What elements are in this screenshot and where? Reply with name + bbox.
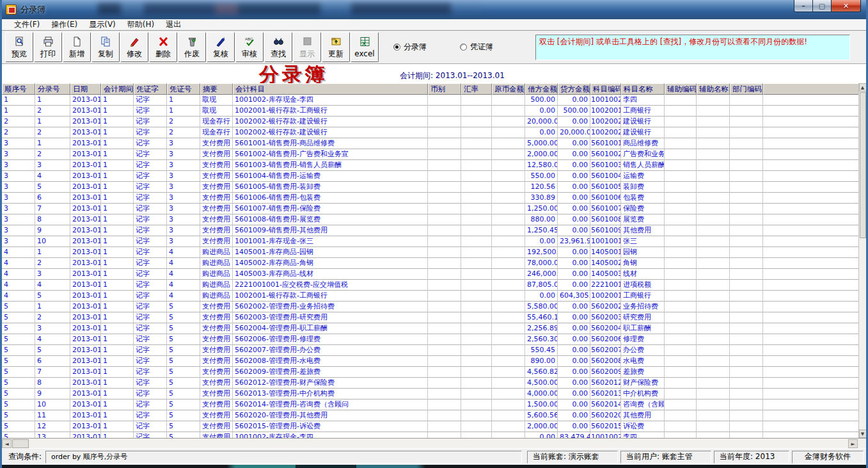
menu-view[interactable]: 显示(V) bbox=[83, 19, 122, 30]
cell-no: 3 bbox=[35, 160, 70, 171]
copy-button[interactable]: 复制 bbox=[91, 32, 120, 62]
table-row[interactable]: 112013-01-01记字1取现1001002-库存现金-李四500.000.… bbox=[2, 95, 858, 106]
close-button[interactable]: ✕ bbox=[832, 0, 861, 12]
table-row[interactable]: 372013-01-01记字3支付费用5601007-销售费用-保险费1,250… bbox=[2, 204, 858, 214]
cell-no: 1 bbox=[35, 247, 70, 258]
table-row[interactable]: 542013-01-01记字5支付费用5602006-管理费用-修理费2,560… bbox=[2, 334, 858, 345]
table-row[interactable]: 5122013-01-01记字5支付费用5602015-管理费用-诉讼费2,00… bbox=[2, 421, 858, 432]
table-row[interactable]: 572013-01-01记字5支付费用5602009-管理费用-差旅费4,560… bbox=[2, 367, 858, 378]
radio-voucher-book[interactable]: 凭证簿 bbox=[460, 42, 493, 52]
scroll-up-icon[interactable]: ▲ bbox=[859, 83, 867, 92]
table-row[interactable]: 342013-01-01记字3支付费用5601004-销售费用-运输费550.0… bbox=[2, 171, 858, 182]
horizontal-scrollbar[interactable]: ◄ ► bbox=[2, 438, 866, 448]
review-button[interactable]: 复核 bbox=[207, 32, 235, 62]
cell-vno: 1 bbox=[167, 95, 200, 106]
cell-aux_name bbox=[697, 193, 730, 204]
cell-account: 5602006-管理费用-修理费 bbox=[233, 334, 428, 345]
table-row[interactable]: 332013-01-01记字3支付费用5601003-销售费用-销售人员薪酬12… bbox=[2, 160, 858, 171]
cell-aux_code bbox=[665, 389, 697, 399]
find-button[interactable]: 查找 bbox=[264, 32, 292, 62]
table-row[interactable]: 512013-01-01记字5支付费用5602002-管理费用-业务招待费5,5… bbox=[2, 302, 858, 312]
cell-summary: 支付费用 bbox=[200, 378, 233, 389]
current-user: 当前用户: 账套主管 bbox=[620, 451, 711, 464]
table-row[interactable]: 222013-01-01记字2现金存行1002002-银行存款-建设银行0.00… bbox=[2, 127, 858, 138]
table-row[interactable]: 5132013-01-01记字5支付费用1001002-库存现金-李四0.008… bbox=[2, 432, 858, 438]
table-row[interactable]: 3102013-01-01记字3支付费用1001001-库存现金-张三0.002… bbox=[2, 236, 858, 247]
void-icon bbox=[187, 36, 198, 49]
cell-aux_name bbox=[697, 378, 730, 389]
table-row[interactable]: 212013-01-01记字2现金存行1002002-银行存款-建设银行20,0… bbox=[2, 117, 858, 127]
audit-button[interactable]: ABC 审核 bbox=[235, 32, 264, 62]
edit-button[interactable]: 修改 bbox=[120, 32, 148, 62]
cell-period: 1 bbox=[101, 204, 134, 214]
refresh-button[interactable]: 更新 bbox=[322, 32, 350, 62]
table-row[interactable]: 452013-01-01记字4购进商品1002001-银行存款-工商银行0.00… bbox=[2, 291, 858, 302]
table-row[interactable]: 442013-01-01记字4购进商品2221001001-应交税费-应交增值税… bbox=[2, 280, 858, 291]
cell-word: 记字 bbox=[134, 236, 167, 247]
cell-debit: 2,560.30 bbox=[525, 334, 558, 345]
maximize-button[interactable]: ▢ bbox=[813, 0, 832, 12]
cell-dept bbox=[730, 410, 763, 421]
cell-summary: 支付费用 bbox=[200, 421, 233, 432]
table-row[interactable]: 5102013-01-01记字5支付费用5602014-管理费用-咨询费（含顾问… bbox=[2, 399, 858, 410]
delete-button[interactable]: 删除 bbox=[149, 32, 177, 62]
menu-help[interactable]: 帮助(H) bbox=[122, 19, 160, 30]
vertical-scrollbar[interactable]: ▲ ▼ bbox=[858, 83, 866, 438]
table-row[interactable]: 312013-01-01记字3支付费用5601001-销售费用-商品维修费5,0… bbox=[2, 138, 858, 149]
table-row[interactable]: 522013-01-01记字5支付费用5602003-管理费用-研究费用55,4… bbox=[2, 312, 858, 323]
cell-dept bbox=[730, 171, 763, 182]
cell-orig bbox=[492, 280, 525, 291]
table-row[interactable]: 432013-01-01记字4购进商品1405003-库存商品-线材246,00… bbox=[2, 269, 858, 280]
accounting-period[interactable]: 会计期间: 2013.01--2013.01 bbox=[400, 70, 505, 81]
cell-date: 2013-01-0 bbox=[70, 225, 101, 236]
table-row[interactable]: 552013-01-01记字5支付费用5602007-管理费用-办公费550.4… bbox=[2, 345, 858, 356]
menu-file[interactable]: 文件(F) bbox=[8, 19, 45, 30]
excel-button[interactable]: X excel bbox=[351, 32, 379, 62]
cell-seq: 5 bbox=[2, 345, 35, 356]
menu-operate[interactable]: 操作(E) bbox=[45, 19, 83, 30]
cell-no: 13 bbox=[35, 432, 70, 438]
table-row[interactable]: 322013-01-01记字3支付费用5601002-销售费用-广告费和业务宣2… bbox=[2, 149, 858, 160]
table-row[interactable]: 5112013-01-01记字5支付费用5602020-管理费用-其他费用5,6… bbox=[2, 410, 858, 421]
cell-no: 3 bbox=[35, 323, 70, 334]
table-row[interactable]: 582013-01-01记字5支付费用5602012-管理费用-财产保险费4,5… bbox=[2, 378, 858, 389]
table-row[interactable]: 382013-01-01记字3支付费用5601008-销售费用-展览费880.0… bbox=[2, 214, 858, 225]
cell-aux_code bbox=[665, 160, 697, 171]
cell-word: 记字 bbox=[134, 95, 167, 106]
cell-orig bbox=[492, 95, 525, 106]
table-row[interactable]: 392013-01-01记字3支付费用5601009-销售费用-其他费用1,25… bbox=[2, 225, 858, 236]
scroll-right-icon[interactable]: ► bbox=[848, 439, 858, 448]
horizontal-scroll-thumb[interactable] bbox=[12, 439, 29, 448]
cell-filler bbox=[763, 421, 858, 432]
cell-code: 5601005 bbox=[590, 182, 621, 193]
column-header-aux_name: 辅助名称 bbox=[697, 83, 730, 95]
audit-icon: ABC bbox=[244, 36, 255, 49]
preview-button[interactable]: 预览 bbox=[5, 32, 33, 62]
table-row[interactable]: 562013-01-01记字5支付费用5602008-管理费用-水电费890.0… bbox=[2, 356, 858, 367]
void-button[interactable]: 作废 bbox=[178, 32, 206, 62]
scroll-left-icon[interactable]: ◄ bbox=[2, 439, 12, 448]
minimize-button[interactable]: – bbox=[794, 0, 813, 12]
cell-debit: 0.00 bbox=[525, 432, 558, 438]
table-row[interactable]: 532013-01-01记字5支付费用5602004-管理费用-职工薪酬2,25… bbox=[2, 323, 858, 334]
scroll-down-icon[interactable]: ▼ bbox=[859, 430, 867, 438]
table-row[interactable]: 422013-01-01记字4购进商品1405002-库存商品-角钢78,000… bbox=[2, 258, 858, 269]
menu-exit[interactable]: 退出 bbox=[160, 19, 187, 30]
cell-period: 1 bbox=[101, 247, 134, 258]
table-row[interactable]: 362013-01-01记字3支付费用5601006-销售费用-包装费330.8… bbox=[2, 193, 858, 204]
cell-rate bbox=[461, 193, 492, 204]
cell-summary: 支付费用 bbox=[200, 214, 233, 225]
cell-code: 5602020 bbox=[590, 410, 621, 421]
cell-summary: 购进商品 bbox=[200, 258, 233, 269]
table-row[interactable]: 592013-01-01记字5支付费用5602013-管理费用-中介机构费4,0… bbox=[2, 389, 858, 399]
cell-name: 保险费 bbox=[621, 204, 665, 214]
cell-aux_name bbox=[697, 280, 730, 291]
cell-seq: 3 bbox=[2, 149, 35, 160]
new-button[interactable]: 新增 bbox=[63, 32, 91, 62]
radio-journal-book[interactable]: 分录簿 bbox=[393, 42, 427, 52]
table-row[interactable]: 122013-01-01记字1取现1002001-银行存款-工商银行0.0050… bbox=[2, 106, 858, 117]
table-row[interactable]: 352013-01-01记字3支付费用5601005-销售费用-装卸费120.5… bbox=[2, 182, 858, 193]
print-button[interactable]: 打印 bbox=[34, 32, 62, 62]
vertical-scroll-thumb[interactable] bbox=[860, 92, 866, 238]
table-row[interactable]: 412013-01-01记字4购进商品1405001-库存商品-园钢192,50… bbox=[2, 247, 858, 258]
